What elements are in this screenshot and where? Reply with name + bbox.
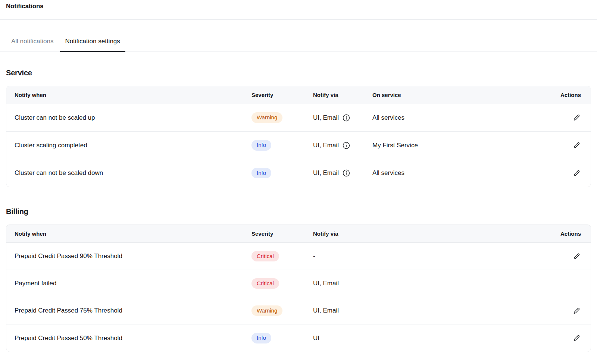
severity-badge: Critical (251, 278, 279, 289)
table-row: Prepaid Credit Passed 90% ThresholdCriti… (6, 243, 591, 270)
cell-actions (557, 169, 581, 178)
notification-table: Notify whenSeverityNotify viaActions Pre… (6, 225, 591, 352)
edit-button[interactable] (572, 141, 581, 150)
table-row: Cluster can not be scaled upWarningUI, E… (6, 104, 591, 132)
table-row: Payment failedCriticalUI, Email (6, 270, 591, 297)
column-header: Actions (557, 230, 581, 237)
column-header: Notify when (15, 230, 251, 237)
edit-button[interactable] (572, 113, 581, 122)
cell-severity: Info (251, 140, 313, 151)
table-header-row: Notify whenSeverityNotify viaActions (6, 225, 591, 243)
table-row: Prepaid Credit Passed 50% ThresholdInfoU… (6, 324, 591, 352)
column-header: Severity (251, 230, 313, 237)
table-body: Prepaid Credit Passed 90% ThresholdCriti… (6, 243, 591, 352)
section-heading: Service (6, 69, 591, 77)
cell-notify-when: Cluster scaling completed (15, 142, 251, 149)
column-header: Notify via (313, 92, 372, 98)
page-title: Notifications (6, 3, 591, 10)
notify-via-text: UI (313, 335, 319, 342)
edit-button[interactable] (572, 306, 581, 315)
cell-severity: Critical (251, 278, 313, 289)
notify-when-text: Prepaid Credit Passed 90% Threshold (15, 252, 122, 260)
edit-button[interactable] (572, 252, 581, 261)
severity-badge: Info (251, 333, 271, 343)
cell-severity: Info (251, 168, 313, 179)
cell-notify-via: - (313, 252, 557, 260)
notification-settings-content: Service Notify whenSeverityNotify viaOn … (0, 69, 597, 363)
severity-badge: Warning (251, 112, 282, 123)
cell-on-service: All services (372, 114, 557, 122)
severity-badge: Warning (251, 305, 282, 316)
severity-badge: Info (251, 168, 271, 179)
table-body: Cluster can not be scaled upWarningUI, E… (6, 104, 591, 187)
cell-notify-when: Payment failed (15, 280, 251, 287)
table-row: Cluster can not be scaled downInfoUI, Em… (6, 159, 591, 187)
info-circle-icon[interactable] (343, 114, 350, 122)
pencil-icon (573, 334, 581, 342)
tab-all-notifications[interactable]: All notifications (6, 33, 59, 51)
notify-via-text: UI, Email (313, 142, 339, 149)
info-circle-icon[interactable] (343, 169, 350, 177)
column-header: Actions (557, 92, 581, 98)
notify-when-text: Prepaid Credit Passed 75% Threshold (15, 307, 122, 314)
notify-when-text: Prepaid Credit Passed 50% Threshold (15, 335, 122, 342)
edit-button[interactable] (572, 334, 581, 343)
notify-via-text: UI, Email (313, 280, 339, 287)
cell-notify-via: UI (313, 335, 557, 342)
column-header: On service (372, 92, 557, 98)
column-header: Notify via (313, 230, 557, 237)
table-row: Prepaid Credit Passed 75% ThresholdWarni… (6, 297, 591, 324)
cell-severity: Info (251, 333, 313, 343)
on-service-text: My First Service (372, 142, 418, 149)
cell-actions (557, 113, 581, 122)
cell-actions (557, 141, 581, 150)
cell-on-service: All services (372, 169, 557, 177)
column-header: Notify when (15, 92, 251, 98)
cell-notify-when: Cluster can not be scaled down (15, 169, 251, 177)
cell-notify-when: Prepaid Credit Passed 75% Threshold (15, 307, 251, 314)
severity-badge: Critical (251, 251, 279, 262)
cell-actions (557, 306, 581, 315)
notify-via-text: UI, Email (313, 307, 339, 314)
on-service-text: All services (372, 114, 404, 122)
cell-severity: Critical (251, 251, 313, 262)
cell-notify-when: Cluster can not be scaled up (15, 114, 251, 122)
notify-via-text: UI, Email (313, 169, 339, 177)
pencil-icon (573, 169, 581, 177)
cell-notify-via: UI, Email (313, 114, 372, 122)
notify-when-text: Cluster scaling completed (15, 142, 87, 149)
cell-notify-via: UI, Email (313, 169, 372, 177)
pencil-icon (573, 252, 581, 260)
notify-when-text: Cluster can not be scaled down (15, 169, 103, 177)
column-header: Severity (251, 92, 313, 98)
notification-table: Notify whenSeverityNotify viaOn serviceA… (6, 86, 591, 187)
pencil-icon (573, 141, 581, 149)
edit-button[interactable] (572, 169, 581, 178)
table-header-row: Notify whenSeverityNotify viaOn serviceA… (6, 86, 591, 104)
notification-section: Service Notify whenSeverityNotify viaOn … (6, 69, 591, 187)
cell-actions (557, 252, 581, 261)
pencil-icon (573, 114, 581, 122)
cell-severity: Warning (251, 305, 313, 316)
tab-notification-settings[interactable]: Notification settings (60, 33, 125, 51)
cell-notify-when: Prepaid Credit Passed 50% Threshold (15, 335, 251, 342)
notification-section: Billing Notify whenSeverityNotify viaAct… (6, 207, 591, 352)
table-row: Cluster scaling completedInfoUI, EmailMy… (6, 132, 591, 159)
cell-notify-when: Prepaid Credit Passed 90% Threshold (15, 252, 251, 260)
info-circle-icon[interactable] (343, 142, 350, 149)
cell-actions (557, 334, 581, 343)
section-heading: Billing (6, 207, 591, 216)
severity-badge: Info (251, 140, 271, 151)
cell-notify-via: UI, Email (313, 307, 557, 314)
page-header: Notifications (0, 0, 597, 20)
notify-via-text: - (313, 252, 315, 260)
on-service-text: All services (372, 169, 404, 177)
pencil-icon (573, 307, 581, 315)
cell-notify-via: UI, Email (313, 280, 557, 287)
tab-bar: All notifications Notification settings (0, 33, 597, 52)
cell-notify-via: UI, Email (313, 142, 372, 149)
notify-when-text: Cluster can not be scaled up (15, 114, 95, 122)
cell-on-service: My First Service (372, 142, 557, 149)
cell-severity: Warning (251, 112, 313, 123)
notify-via-text: UI, Email (313, 114, 339, 122)
